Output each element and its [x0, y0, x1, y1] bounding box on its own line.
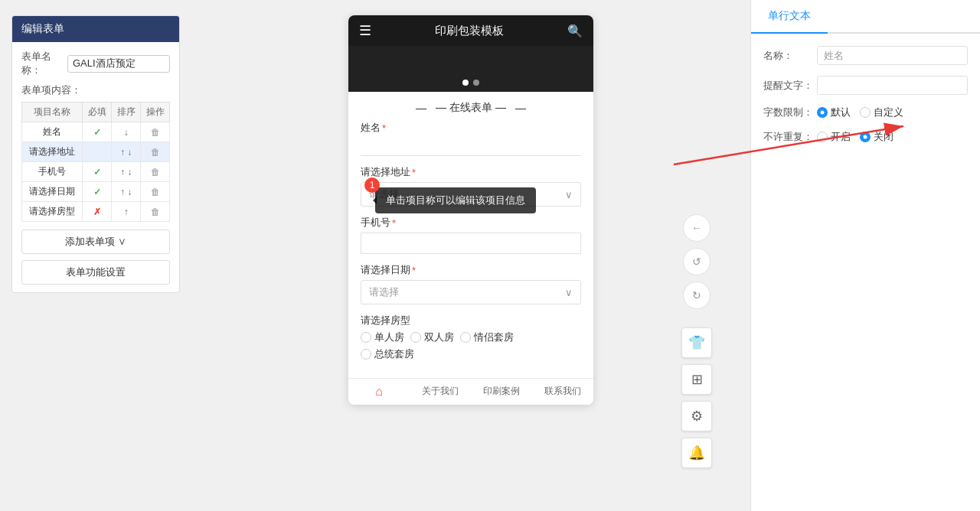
right-name-label: 名称： [763, 49, 817, 63]
grid-btn[interactable]: ⊞ [681, 364, 712, 395]
row-required: ✓ [83, 182, 112, 202]
row-sort: ↑ ↓ [112, 162, 141, 182]
radio-circle-presidential [361, 349, 371, 360]
row-delete[interactable]: 🗑 [141, 122, 170, 142]
room-radio-group: 单人房 双人房 情侣套房 [361, 330, 581, 344]
footer-cases[interactable]: 印刷案例 [471, 385, 532, 399]
undo-arrow-btn[interactable]: ↺ [683, 248, 710, 275]
charlimit-default[interactable]: 默认 [817, 106, 851, 119]
table-row: 请选择房型 ✗ ↑ 🗑 [22, 202, 170, 222]
row-delete[interactable]: 🗑 [141, 202, 170, 222]
right-field-name-row: 名称： [763, 46, 968, 65]
redo-arrow-btn[interactable]: ↻ [683, 282, 710, 309]
field-select-date[interactable]: 请选择 ∨ [361, 280, 581, 304]
right-hint-input[interactable] [817, 76, 968, 95]
col-header-name: 项目名称 [22, 103, 83, 122]
field-group-name: 姓名 * [361, 121, 581, 156]
radio-filled-default [817, 107, 828, 118]
radio-couple-suite[interactable]: 情侣套房 [460, 330, 514, 344]
edit-form-header: 编辑表单 [12, 16, 179, 42]
right-content: 名称： 提醒文字： 字数限制： 默认 自定义 不许重复： [751, 34, 980, 167]
footer-home[interactable]: ⌂ [348, 385, 410, 399]
right-name-input[interactable] [817, 46, 968, 65]
footer-about[interactable]: 关于我们 [410, 385, 471, 399]
table-row: 请选择地址 ↑ ↓ 🗑 [22, 142, 170, 162]
col-header-action: 操作 [141, 103, 170, 122]
tab-placeholder[interactable] [828, 0, 980, 34]
settings-btn[interactable]: ⚙ [681, 401, 712, 431]
field-label-date: 请选择日期 * [361, 263, 581, 277]
banner-dot-2 [473, 80, 479, 86]
radio-empty-custom [860, 107, 871, 118]
radio-empty-open [817, 132, 828, 142]
right-panel: 单行文本 名称： 提醒文字： 字数限制： 默认 自定义 [750, 0, 980, 511]
banner-dots [462, 80, 479, 86]
tshirt-btn[interactable]: 👕 [681, 327, 712, 358]
right-field-noduplicate-row: 不许重复： 开启 关闭 [763, 130, 968, 144]
form-section-title: — — 在线表单 — — [348, 92, 593, 121]
menu-icon[interactable]: ☰ [359, 22, 371, 39]
row-delete[interactable]: 🗑 [141, 142, 170, 162]
form-items-label: 表单项内容： [21, 83, 170, 97]
field-label-name: 姓名 * [361, 121, 581, 135]
add-items-button[interactable]: 添加表单项 ∨ [21, 229, 170, 254]
row-delete[interactable]: 🗑 [141, 162, 170, 182]
row-name: 手机号 [22, 162, 83, 182]
radio-filled-close [860, 132, 871, 142]
row-sort: ↑ ↓ [112, 142, 141, 162]
field-input-name[interactable] [361, 138, 581, 156]
form-name-input[interactable] [67, 55, 170, 73]
row-required: ✗ [83, 202, 112, 222]
col-header-sort: 排序 [112, 103, 141, 122]
field-group-room: 请选择房型 单人房 双人房 情侣套房 [361, 314, 581, 361]
col-header-required: 必填 [83, 103, 112, 122]
footer-contact[interactable]: 联系我们 [532, 385, 593, 399]
charlimit-custom[interactable]: 自定义 [860, 106, 903, 119]
phone-title: 印刷包装模板 [371, 24, 567, 38]
radio-single[interactable]: 单人房 [361, 330, 404, 344]
form-name-label: 表单名称： [21, 50, 67, 77]
row-sort: ↓ [112, 122, 141, 142]
field-input-phone[interactable] [361, 233, 581, 254]
center-panel: 1 单击项目称可以编辑该项目信息 ☰ 印刷包装模板 🔍 — — 在线表单 — [191, 0, 750, 511]
right-noduplicate-label: 不许重复： [763, 130, 817, 144]
row-name: 请选择地址 [22, 142, 83, 162]
tooltip-badge: 1 [364, 177, 380, 193]
row-name: 请选择日期 [22, 182, 83, 202]
row-sort: ↑ [112, 202, 141, 222]
radio-double[interactable]: 双人房 [410, 330, 454, 344]
field-group-phone: 手机号 * [361, 216, 581, 254]
back-arrow-btn[interactable]: ← [683, 214, 710, 242]
items-table: 项目名称 必填 排序 操作 姓名 ✓ ↓ 🗑 请选择地址 [21, 102, 170, 222]
func-settings-button[interactable]: 表单功能设置 [21, 260, 170, 285]
row-required: ✓ [83, 162, 112, 182]
field-label-address: 请选择地址 * [361, 165, 581, 179]
tooltip-popup: 单击项目称可以编辑该项目信息 [375, 187, 536, 213]
row-required: ✓ [83, 122, 112, 142]
edit-form-body: 表单名称： 表单项内容： 项目名称 必填 排序 操作 姓名 ✓ [12, 42, 179, 292]
right-hint-label: 提醒文字： [763, 79, 817, 93]
field-label-phone: 手机号 * [361, 216, 581, 229]
radio-circle-single [361, 332, 371, 343]
banner-dot-1 [462, 80, 469, 86]
phone-footer: ⌂ 关于我们 印刷案例 联系我们 [348, 378, 593, 405]
row-delete[interactable]: 🗑 [141, 182, 170, 202]
noduplicate-open[interactable]: 开启 [817, 130, 851, 144]
radio-circle-double [410, 332, 421, 343]
phone-topbar: ☰ 印刷包装模板 🔍 [348, 15, 593, 46]
right-field-hint-row: 提醒文字： [763, 76, 968, 95]
field-label-room: 请选择房型 [361, 314, 581, 327]
search-icon[interactable]: 🔍 [567, 24, 583, 38]
radio-presidential[interactable]: 总统套房 [361, 347, 414, 361]
table-row: 请选择日期 ✓ ↑ ↓ 🗑 [22, 182, 170, 202]
noduplicate-close[interactable]: 关闭 [860, 130, 893, 144]
tab-single-text[interactable]: 单行文本 [751, 0, 828, 34]
phone-form: 姓名 * 请选择地址 * 请选择 ∨ 手机号 * [348, 121, 593, 378]
row-required [83, 142, 112, 162]
right-charlimit-label: 字数限制： [763, 106, 817, 119]
field-group-date: 请选择日期 * 请选择 ∨ [361, 263, 581, 304]
room-radio-group-2: 总统套房 [361, 347, 581, 361]
row-name: 姓名 [22, 122, 83, 142]
notification-btn[interactable]: 🔔 [681, 438, 712, 468]
noduplicate-radio-group: 开启 关闭 [817, 130, 893, 144]
